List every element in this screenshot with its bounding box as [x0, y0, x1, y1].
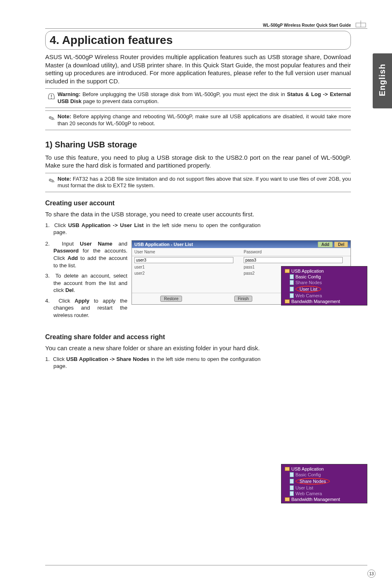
warning-icon — [45, 91, 58, 102]
header-guide-title: WL-500gP Wireless Router Quick Start Gui… — [263, 23, 351, 28]
del-button[interactable]: Del — [334, 241, 348, 248]
password-input[interactable] — [244, 257, 343, 263]
folder-icon — [285, 269, 290, 273]
create-user-step3: 3. To delete an account, select the acco… — [45, 272, 127, 294]
warning-text: Warning: Before unplugging the USB stora… — [58, 91, 351, 105]
create-user-heading: Creating user account — [45, 200, 367, 207]
menu2-share-nodes[interactable]: Share Nodes — [282, 478, 366, 485]
page-icon — [290, 293, 294, 298]
highlight-oval: Share Nodes — [295, 478, 330, 485]
note1-text: Note: Before applying change and rebooti… — [58, 113, 351, 127]
note1-box: ✎ Note: Before applying change and reboo… — [45, 110, 351, 130]
create-share-intro: You can create a new share folder or sha… — [45, 344, 351, 352]
menu2-root[interactable]: USB Application — [282, 466, 366, 472]
create-user-step2: 2. Input User Name and Password for the … — [45, 240, 127, 269]
page-number: 13 — [367, 570, 376, 578]
pencil-icon: ✎ — [45, 113, 58, 123]
page-icon — [290, 274, 294, 279]
col-password: Password — [241, 248, 350, 256]
create-share-heading: Creating share folder and access right — [45, 333, 367, 341]
menu1-basic-config[interactable]: Basic Config — [282, 274, 366, 280]
page-icon — [290, 472, 294, 477]
create-share-step1: 1. Click USB Application -> Share Nodes … — [45, 356, 261, 370]
menu2-web-camera[interactable]: Web Camera — [282, 491, 366, 496]
page-icon — [290, 479, 294, 484]
create-user-intro: To share the data in the USB storage, yo… — [45, 210, 351, 218]
create-share-steps: 1. Click USB Application -> Share Nodes … — [45, 356, 261, 370]
note2-box: ✎ Note: FAT32 has a 2GB file size limita… — [45, 173, 351, 193]
menu2-bandwidth[interactable]: Bandwidth Management — [282, 496, 366, 502]
menu-screenshot-1: USB Application Basic Config Share Nodes… — [281, 266, 367, 305]
create-user-step1-list: 1. Click USB Application -> User List in… — [45, 222, 261, 236]
create-user-steps-2-4: 2. Input User Name and Password for the … — [45, 240, 127, 319]
warning-box: Warning: Before unplugging the USB stora… — [45, 88, 351, 108]
svg-point-4 — [51, 98, 52, 99]
page-icon — [290, 485, 294, 490]
section-intro: ASUS WL-500gP Wireless Router provides m… — [45, 53, 351, 85]
pencil-icon: ✎ — [45, 176, 58, 186]
note2-label: Note: — [58, 176, 71, 182]
menu1-web-camera[interactable]: Web Camera — [282, 293, 366, 299]
add-button[interactable]: Add — [318, 241, 333, 248]
highlight-oval: User List — [295, 286, 321, 292]
folder-icon — [285, 299, 290, 303]
header-rule: WL-500gP Wireless Router Quick Start Gui… — [45, 21, 367, 29]
section-title: 4. Application features — [50, 34, 346, 47]
folder-icon — [285, 497, 290, 501]
menu2-basic-config[interactable]: Basic Config — [282, 472, 366, 478]
note2-text: Note: FAT32 has a 2GB file size limitati… — [58, 176, 351, 190]
menu1-user-list[interactable]: User List — [282, 285, 366, 293]
page-icon — [290, 280, 294, 285]
create-user-step1: 1. Click USB Application -> User List in… — [45, 222, 261, 236]
sharing-intro: To use this feature, you need to plug a … — [45, 154, 351, 170]
menu1-bandwidth[interactable]: Bandwidth Management — [282, 299, 366, 304]
page-icon — [290, 491, 294, 496]
warning-label: Warning: — [58, 91, 81, 97]
page-icon — [290, 287, 294, 292]
menu-screenshot-2: USB Application Basic Config Share Nodes… — [281, 464, 367, 503]
book-icon — [355, 20, 367, 30]
menu1-share-nodes[interactable]: Share Nodes — [282, 280, 366, 285]
section-title-box: 4. Application features — [45, 31, 351, 50]
col-username: User Name — [132, 248, 241, 256]
menu2-user-list[interactable]: User List — [282, 485, 366, 491]
folder-icon — [285, 467, 290, 471]
finish-button[interactable]: Finish — [234, 296, 253, 302]
restore-button[interactable]: Restore — [160, 296, 182, 302]
note1-label: Note: — [58, 113, 71, 119]
app-title-bar: USB Application - User List Add Del — [132, 241, 350, 248]
app-title-text: USB Application - User List — [134, 242, 193, 247]
menu1-root[interactable]: USB Application — [282, 268, 366, 274]
footer-rule — [45, 565, 367, 565]
username-input[interactable] — [134, 257, 233, 263]
sharing-heading: 1) Sharing USB storage — [45, 140, 367, 149]
create-user-step4: 4. Click Apply to apply the changes and … — [45, 297, 127, 319]
